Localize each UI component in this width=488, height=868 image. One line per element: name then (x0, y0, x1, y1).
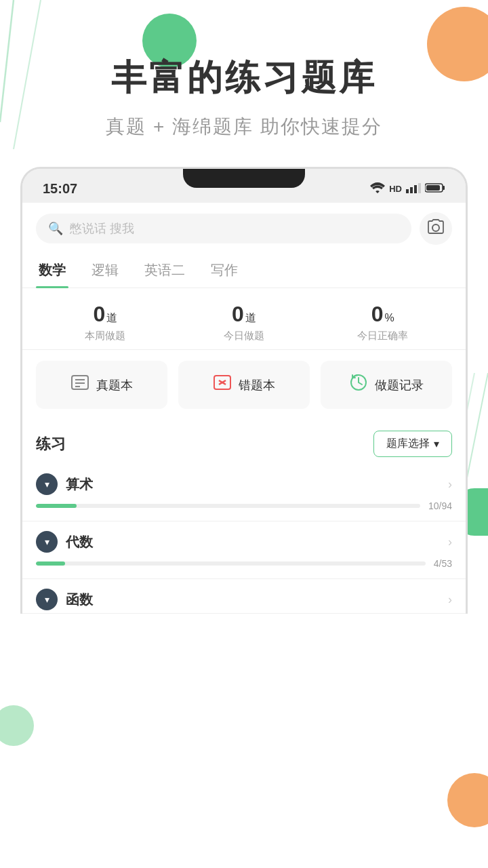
bank-select-button[interactable]: 题库选择 ▾ (373, 431, 452, 457)
progress-algebra-text: 4/53 (434, 558, 452, 569)
progress-bar-algebra-fill (36, 561, 65, 566)
practice-title: 练习 (36, 434, 66, 454)
progress-bar-arithmetic-fill (36, 504, 77, 508)
history-label: 做题记录 (375, 377, 424, 393)
chevron-down-icon-arithmetic: ▾ (45, 479, 49, 490)
stat-weekly: 0 道 本周做题 (36, 302, 175, 342)
tabs-row: 数学 逻辑 英语二 写作 (22, 254, 466, 288)
tab-math[interactable]: 数学 (36, 254, 68, 288)
camera-icon (427, 219, 445, 238)
category-arithmetic: ▾ 算术 › 10/94 (22, 464, 466, 521)
bg-circle-green-lower (0, 705, 34, 746)
chevron-down-icon-function: ▾ (45, 594, 49, 605)
svg-rect-6 (414, 185, 417, 193)
stat-accuracy-unit: % (384, 312, 394, 324)
svg-rect-5 (410, 187, 413, 193)
stat-weekly-number: 0 (93, 302, 105, 327)
phone-frame: 15:07 HD 🔍 憋说话 搜我 (20, 167, 468, 614)
wrong-exam-icon (213, 374, 232, 395)
stat-accuracy: 0 % 今日正确率 (313, 302, 452, 342)
progress-bar-arithmetic-bg (36, 504, 420, 508)
tab-logic[interactable]: 逻辑 (89, 254, 121, 288)
stat-accuracy-number: 0 (371, 302, 384, 327)
status-bar: 15:07 HD (22, 169, 466, 203)
hd-badge: HD (389, 184, 402, 194)
svg-rect-9 (443, 186, 445, 190)
hero-subtitle: 真题 + 海绵题库 助你快速提分 (0, 114, 488, 140)
category-arithmetic-toggle[interactable]: ▾ (36, 473, 58, 495)
tab-writing[interactable]: 写作 (208, 254, 241, 288)
category-arithmetic-name: 算术 (66, 475, 93, 494)
history-icon (349, 373, 368, 397)
chevron-down-icon: ▾ (434, 437, 439, 450)
stat-daily-label: 今日做题 (175, 330, 314, 342)
stat-weekly-unit: 道 (106, 311, 117, 326)
action-row: 真题本 错题本 做题记录 (22, 350, 466, 420)
hero-title: 丰富的练习题库 (0, 54, 488, 102)
status-icons: HD (370, 182, 445, 195)
stat-accuracy-label: 今日正确率 (313, 330, 452, 342)
category-function-arrow: › (448, 593, 452, 607)
history-button[interactable]: 做题记录 (321, 361, 452, 409)
category-algebra-arrow: › (448, 535, 452, 549)
signal-icon (406, 182, 421, 195)
svg-rect-10 (426, 185, 440, 191)
svg-rect-7 (418, 183, 421, 193)
real-exam-button[interactable]: 真题本 (36, 361, 167, 409)
wifi-icon (370, 182, 385, 195)
tab-english[interactable]: 英语二 (142, 254, 188, 288)
search-bar-row: 🔍 憋说话 搜我 (22, 203, 466, 254)
status-time: 15:07 (43, 181, 77, 197)
category-function-name: 函数 (66, 591, 93, 609)
stat-weekly-label: 本周做题 (36, 330, 175, 342)
category-function-toggle[interactable]: ▾ (36, 589, 58, 610)
category-algebra-toggle[interactable]: ▾ (36, 531, 58, 553)
battery-icon (425, 182, 445, 195)
search-input-container[interactable]: 🔍 憋说话 搜我 (36, 214, 411, 243)
category-arithmetic-arrow: › (448, 477, 452, 492)
category-algebra-name: 代数 (66, 533, 93, 551)
phone-content: 🔍 憋说话 搜我 数学 逻辑 英语二 写作 (22, 203, 466, 614)
search-placeholder: 憋说话 搜我 (70, 220, 134, 237)
real-exam-label: 真题本 (96, 377, 133, 393)
bank-select-label: 题库选择 (386, 437, 430, 451)
bg-circle-orange-lower (447, 773, 488, 827)
notch (183, 169, 305, 188)
stats-row: 0 道 本周做题 0 道 今日做题 0 % 今日正确率 (22, 288, 466, 350)
category-algebra: ▾ 代数 › 4/53 (22, 521, 466, 579)
hero-section: 丰富的练习题库 真题 + 海绵题库 助你快速提分 (0, 0, 488, 153)
chevron-down-icon-algebra: ▾ (45, 536, 49, 547)
real-exam-icon (70, 374, 89, 395)
wrong-exam-label: 错题本 (239, 377, 275, 393)
camera-button[interactable] (420, 212, 452, 245)
stat-daily-number: 0 (232, 302, 244, 327)
stat-daily: 0 道 今日做题 (175, 302, 314, 342)
category-function: ▾ 函数 › (22, 579, 466, 614)
wrong-exam-button[interactable]: 错题本 (178, 361, 310, 409)
svg-rect-4 (406, 189, 409, 193)
practice-header: 练习 题库选择 ▾ (22, 420, 466, 464)
progress-arithmetic-text: 10/94 (428, 500, 452, 511)
progress-bar-algebra-bg (36, 561, 426, 566)
search-icon: 🔍 (48, 221, 63, 236)
stat-daily-unit: 道 (245, 311, 256, 326)
